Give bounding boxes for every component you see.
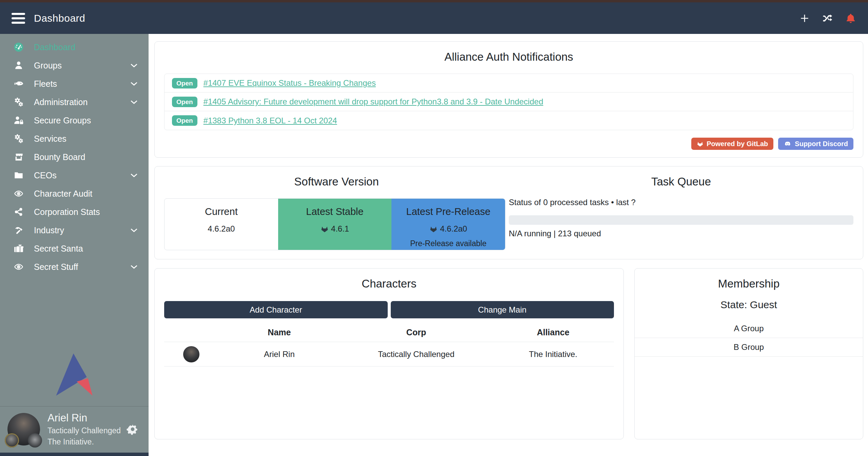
eye-icon — [11, 189, 26, 198]
share-icon — [11, 207, 26, 217]
user-corp: Tactically Challenged — [47, 426, 121, 435]
sidebar-item-label: Dashboard — [34, 42, 75, 52]
folder-icon — [11, 171, 26, 180]
gifts-icon — [11, 244, 26, 253]
notification-link[interactable]: #1383 Python 3.8 EOL - 14 Oct 2024 — [204, 116, 337, 125]
sidebar-item-administration[interactable]: Administration — [0, 93, 149, 111]
version-prerelease-cell: Latest Pre-Release 4.6.2a0 Pre-Release a… — [391, 199, 505, 250]
powered-by-gitlab-badge[interactable]: Powered by GitLab — [691, 138, 773, 150]
character-name: Ariel Rin — [218, 350, 340, 359]
sidebar-item-label: Services — [34, 134, 66, 144]
user-panel[interactable]: Ariel Rin Tactically Challenged The Init… — [0, 407, 149, 453]
add-character-icon[interactable] — [799, 13, 810, 24]
sidebar-item-secure-groups[interactable]: Secure Groups — [0, 111, 149, 130]
alliance-auth-logo — [0, 353, 149, 406]
app-window: Dashboard — [0, 0, 868, 456]
sidebar-item-label: CEOs — [34, 171, 57, 180]
notification-link[interactable]: #1407 EVE Equinox Status - Breaking Chan… — [204, 78, 376, 88]
add-character-button[interactable]: Add Character — [164, 301, 388, 318]
sidebar-item-ceos[interactable]: CEOs — [0, 166, 149, 184]
status-badge: Open — [172, 78, 197, 88]
software-taskqueue-panel: Software Version Current 4.6.2a0 Latest … — [154, 166, 863, 259]
gears-icon — [11, 97, 26, 107]
shuffle-character-icon[interactable] — [822, 13, 833, 24]
sidebar-item-label: Secret Stuff — [34, 262, 78, 272]
character-corp: Tactically Challenged — [340, 350, 492, 359]
sidebar-item-label: Secret Santa — [34, 244, 83, 254]
group-list-item: A Group — [635, 319, 863, 338]
alliance-logo-badge — [28, 433, 42, 448]
main-content: Alliance Auth Notifications Open #1407 E… — [149, 34, 868, 456]
user-name: Ariel Rin — [47, 412, 121, 424]
page-title: Dashboard — [34, 13, 85, 24]
notification-row: Open #1407 EVE Equinox Status - Breaking… — [165, 74, 853, 93]
user-avatar — [7, 413, 40, 445]
character-row: Ariel Rin Tactically Challenged The Init… — [164, 342, 614, 366]
gitlab-icon — [429, 225, 438, 233]
task-queue-section: Task Queue Status of 0 processed tasks •… — [509, 175, 853, 250]
sidebar-item-secret-santa[interactable]: Secret Santa — [0, 239, 149, 258]
character-alliance: The Initiative. — [492, 350, 614, 359]
user-alliance: The Initiative. — [47, 437, 121, 447]
sidebar-item-fleets[interactable]: Fleets — [0, 75, 149, 93]
sidebar-item-services[interactable]: Services — [0, 130, 149, 148]
change-main-button[interactable]: Change Main — [391, 301, 614, 318]
sidebar-item-label: Secure Groups — [34, 116, 91, 125]
store-icon — [11, 152, 26, 162]
membership-panel: Membership State: Guest A Group B Group — [634, 268, 863, 439]
window-top-edge — [0, 0, 868, 2]
gauge-icon — [11, 42, 26, 53]
notification-link[interactable]: #1405 Advisory: Future development will … — [204, 97, 543, 106]
task-queue-title: Task Queue — [509, 175, 853, 188]
software-version-section: Software Version Current 4.6.2a0 Latest … — [164, 175, 509, 250]
sidebar-footer-strip — [0, 453, 149, 456]
top-navbar: Dashboard — [0, 2, 868, 34]
character-portrait — [183, 346, 199, 362]
gitlab-icon — [321, 225, 329, 233]
sidebar-item-label: Industry — [34, 225, 64, 235]
support-discord-badge[interactable]: Support Discord — [778, 138, 853, 150]
sidebar-item-label: Groups — [34, 61, 62, 71]
notifications-list: Open #1407 EVE Equinox Status - Breaking… — [164, 74, 853, 130]
sidebar-menu: Dashboard Groups — [0, 34, 149, 276]
sidebar-item-label: Fleets — [34, 79, 57, 89]
gears-icon — [11, 134, 26, 144]
user-icon — [11, 61, 26, 70]
corp-logo-badge — [5, 433, 19, 448]
version-current-cell: Current 4.6.2a0 — [165, 199, 278, 250]
sidebar-toggle-button[interactable] — [12, 13, 25, 24]
software-version-title: Software Version — [164, 175, 509, 188]
sidebar-item-label: Corporation Stats — [34, 207, 100, 217]
characters-table: Name Corp Alliance Ariel Rin Tactically … — [164, 323, 614, 366]
characters-table-header: Name Corp Alliance — [164, 323, 614, 342]
task-queue-progressbar — [509, 215, 853, 225]
task-queue-counts: N/A running | 213 queued — [509, 229, 853, 238]
version-box: Current 4.6.2a0 Latest Stable 4.6.1 Late… — [164, 198, 505, 250]
version-stable-cell: Latest Stable 4.6.1 — [278, 199, 392, 250]
sidebar-item-dashboard[interactable]: Dashboard — [0, 38, 149, 56]
sidebar-item-label: Bounty Board — [34, 152, 85, 162]
membership-state: State: Guest — [635, 299, 863, 311]
chevron-down-icon — [130, 262, 138, 271]
sidebar-item-character-audit[interactable]: Character Audit — [0, 184, 149, 203]
sidebar-item-bounty-board[interactable]: Bounty Board — [0, 148, 149, 166]
shuttle-icon — [11, 79, 26, 88]
sidebar-item-secret-stuff[interactable]: Secret Stuff — [0, 258, 149, 276]
notifications-title: Alliance Auth Notifications — [164, 51, 853, 63]
notification-row: Open #1383 Python 3.8 EOL - 14 Oct 2024 — [165, 111, 853, 130]
user-settings-gear-icon[interactable] — [126, 423, 139, 436]
chevron-down-icon — [130, 98, 138, 106]
sidebar-item-label: Character Audit — [34, 189, 92, 199]
sidebar-item-groups[interactable]: Groups — [0, 56, 149, 75]
membership-title: Membership — [635, 277, 863, 290]
hammer-icon — [11, 225, 26, 235]
sidebar-item-industry[interactable]: Industry — [0, 221, 149, 239]
sidebar-item-corporation-stats[interactable]: Corporation Stats — [0, 203, 149, 221]
group-list-item: B Group — [635, 338, 863, 357]
membership-groups-list: A Group B Group — [635, 319, 863, 357]
sidebar: Dashboard Groups — [0, 34, 149, 456]
sidebar-item-label: Administration — [34, 97, 88, 107]
alliance-auth-notifications-panel: Alliance Auth Notifications Open #1407 E… — [154, 41, 863, 158]
notifications-bell-icon[interactable] — [845, 13, 856, 24]
prerelease-note: Pre-Release available — [391, 239, 505, 248]
